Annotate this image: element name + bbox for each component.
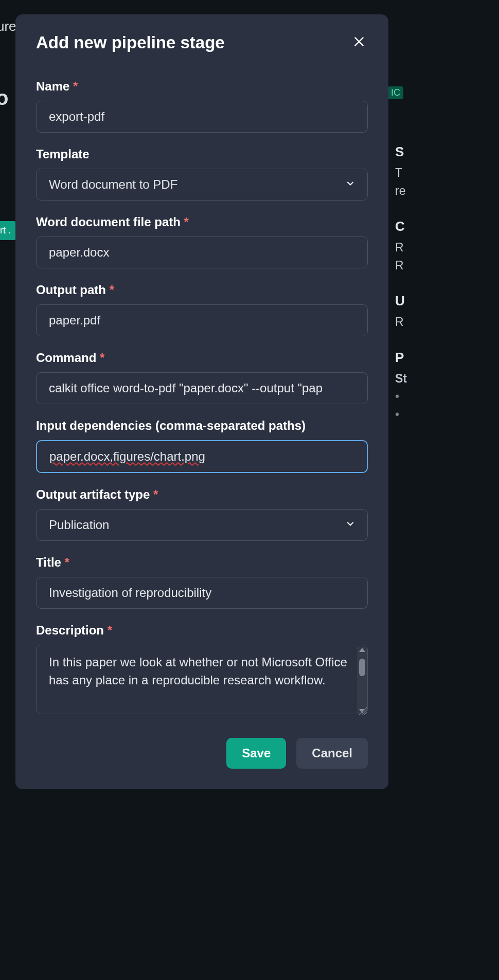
right-heading-s: S <box>395 144 499 160</box>
word-path-input[interactable] <box>36 237 368 268</box>
add-pipeline-stage-modal: Add new pipeline stage Name * Template W… <box>15 14 388 789</box>
template-select-wrap: Word document to PDF <box>36 169 368 201</box>
label-text: Template <box>36 147 90 161</box>
right-heading-p: P <box>395 350 499 366</box>
artifact-type-select[interactable]: Publication <box>36 509 368 541</box>
label-description: Description * <box>36 623 368 638</box>
label-word-path: Word document file path * <box>36 215 368 229</box>
close-icon <box>352 35 366 50</box>
right-heading-c: C <box>395 219 499 234</box>
label-output-path: Output path * <box>36 283 368 297</box>
save-button[interactable]: Save <box>226 738 286 769</box>
label-title: Title * <box>36 555 368 570</box>
required-marker: * <box>108 623 112 637</box>
label-text: Output artifact type <box>36 487 150 501</box>
backdrop-text: ure <box>0 19 16 34</box>
label-text: Title <box>36 555 61 569</box>
backdrop-badge: rt . <box>0 221 16 240</box>
field-word-path: Word document file path * <box>36 215 368 268</box>
right-line: R <box>395 315 499 329</box>
required-marker: * <box>153 487 158 501</box>
right-line: R <box>395 241 499 255</box>
name-input[interactable] <box>36 101 368 133</box>
label-command: Command * <box>36 351 368 365</box>
command-input[interactable] <box>36 372 368 404</box>
resize-handle-icon[interactable] <box>359 707 367 715</box>
template-select[interactable]: Word document to PDF <box>36 169 368 201</box>
modal-title: Add new pipeline stage <box>36 33 225 52</box>
label-text: Description <box>36 623 104 637</box>
modal-footer: Save Cancel <box>36 738 368 769</box>
required-marker: * <box>110 283 114 297</box>
close-button[interactable] <box>350 33 368 52</box>
right-line: T <box>395 166 499 180</box>
right-sub: St <box>395 372 499 386</box>
field-input-deps: Input dependencies (comma-separated path… <box>36 419 368 473</box>
right-bullet: • <box>395 390 499 404</box>
description-textarea[interactable] <box>36 645 368 714</box>
backdrop-title-frag: o <box>0 86 8 110</box>
scroll-thumb[interactable] <box>359 659 365 676</box>
right-heading-u: U <box>395 293 499 309</box>
output-path-input[interactable] <box>36 304 368 336</box>
scroll-up-icon <box>359 648 365 652</box>
required-marker: * <box>65 555 69 569</box>
label-artifact-type: Output artifact type * <box>36 487 368 502</box>
required-marker: * <box>73 79 78 93</box>
title-input[interactable] <box>36 577 368 609</box>
field-template: Template Word document to PDF <box>36 147 368 201</box>
description-wrap <box>36 645 368 716</box>
backdrop-public-badge: IC <box>388 86 403 99</box>
field-name: Name * <box>36 79 368 133</box>
field-description: Description * <box>36 623 368 716</box>
input-deps-value: paper.docx,figures/chart.png <box>49 449 205 463</box>
label-input-deps: Input dependencies (comma-separated path… <box>36 419 368 433</box>
textarea-scrollbar[interactable] <box>357 647 367 714</box>
label-template: Template <box>36 147 368 161</box>
label-text: Input dependencies (comma-separated path… <box>36 419 306 432</box>
right-line: re <box>395 184 499 198</box>
right-line: R <box>395 259 499 273</box>
required-marker: * <box>100 351 104 365</box>
field-artifact-type: Output artifact type * Publication <box>36 487 368 541</box>
right-bullet: • <box>395 408 499 422</box>
field-output-path: Output path * <box>36 283 368 336</box>
right-panel: S T re C R R U R P St • • <box>395 144 499 442</box>
label-text: Word document file path <box>36 215 181 229</box>
label-text: Output path <box>36 283 106 297</box>
cancel-button[interactable]: Cancel <box>296 738 368 769</box>
label-text: Name <box>36 79 69 93</box>
label-name: Name * <box>36 79 368 94</box>
required-marker: * <box>184 215 189 229</box>
field-title: Title * <box>36 555 368 609</box>
artifact-type-select-wrap: Publication <box>36 509 368 541</box>
modal-header: Add new pipeline stage <box>36 33 368 52</box>
label-text: Command <box>36 351 96 365</box>
field-command: Command * <box>36 351 368 404</box>
input-deps-input[interactable]: paper.docx,figures/chart.png <box>36 440 368 473</box>
